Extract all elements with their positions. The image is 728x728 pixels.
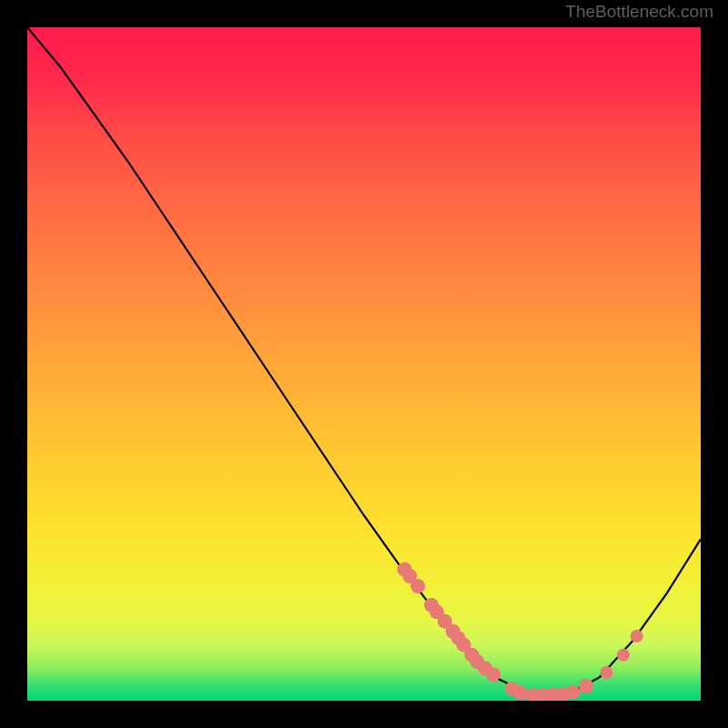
chart-overlay-svg <box>27 27 701 701</box>
bottleneck-curve <box>27 27 701 695</box>
data-point <box>579 679 593 693</box>
curve-dots-descending <box>397 562 500 682</box>
curve-dots-ascending <box>600 630 642 679</box>
data-point <box>513 685 528 700</box>
data-point <box>486 667 500 682</box>
data-point <box>410 579 425 593</box>
curve-dots-trough <box>505 679 593 701</box>
chart-plot-area <box>27 27 701 701</box>
watermark-text: TheBottleneck.com <box>565 2 713 22</box>
data-point <box>617 649 630 662</box>
data-point <box>600 666 612 679</box>
data-point <box>565 684 580 699</box>
data-point <box>631 630 643 642</box>
